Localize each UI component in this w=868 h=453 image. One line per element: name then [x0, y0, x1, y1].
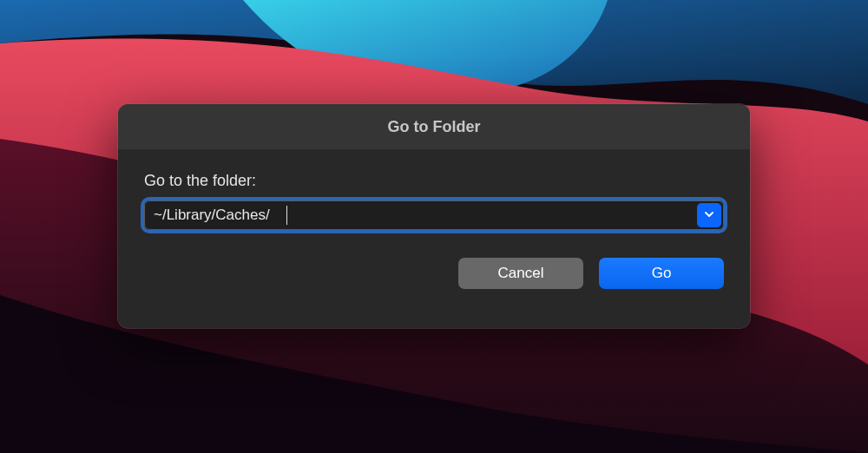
text-cursor [286, 206, 287, 225]
cancel-button[interactable]: Cancel [458, 258, 583, 289]
go-button[interactable]: Go [599, 258, 724, 289]
dialog-title: Go to Folder [388, 118, 481, 136]
dialog-body: Go to the folder: Cancel Go [118, 149, 750, 328]
folder-path-combobox[interactable] [144, 200, 724, 230]
dialog-titlebar: Go to Folder [118, 104, 750, 149]
folder-path-input[interactable] [144, 200, 724, 230]
folder-path-label: Go to the folder: [144, 172, 724, 190]
dialog-button-row: Cancel Go [144, 258, 724, 289]
history-dropdown-button[interactable] [697, 203, 721, 227]
chevron-down-icon [704, 207, 714, 223]
go-to-folder-dialog: Go to Folder Go to the folder: Cancel Go [118, 104, 750, 328]
